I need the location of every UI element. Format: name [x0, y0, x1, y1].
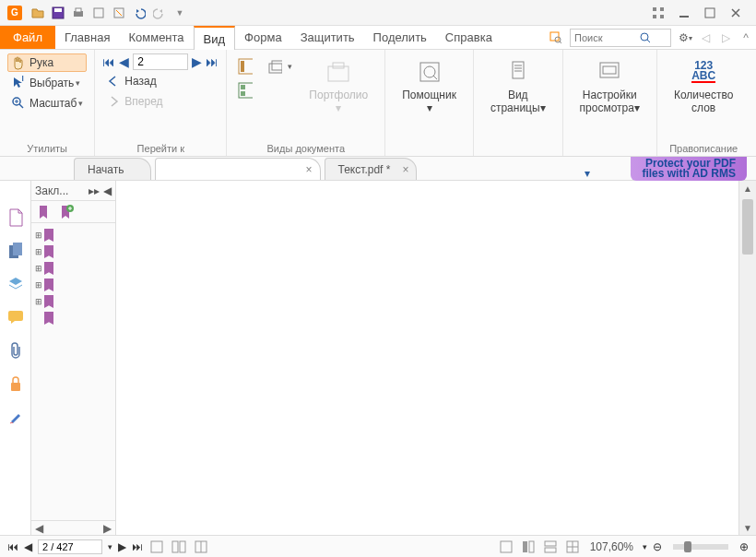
expand-icon[interactable]: ⊞ [35, 264, 44, 273]
bookmark-item[interactable]: ⊞ [33, 243, 113, 260]
last-page-icon[interactable]: ⏭ [206, 54, 219, 69]
find-icon[interactable] [548, 30, 564, 46]
collapse-ribbon-icon[interactable]: ^ [738, 30, 754, 46]
bookmark-item[interactable]: ⊞ [33, 293, 113, 310]
sb-page-dd-icon[interactable]: ▾ [108, 542, 112, 551]
doctab-2[interactable]: Текст.pdf *× [325, 158, 418, 180]
panel-hscroll[interactable]: ◀▶ [31, 520, 115, 535]
open-icon[interactable] [30, 5, 46, 21]
ad-banner[interactable]: Protect your PDF files with AD RMS [631, 157, 747, 181]
word-count-button[interactable]: 123ABC Количество слов [665, 53, 742, 118]
sb-first-page-icon[interactable]: ⏮ [7, 540, 18, 553]
bookmark-item[interactable]: ⊞ [33, 277, 113, 293]
forward-button[interactable]: Вперед [102, 92, 219, 111]
expand-icon[interactable]: ⊞ [35, 297, 44, 306]
select-tool-button[interactable]: T Выбрать ▾ [7, 74, 87, 92]
zoom-out-icon[interactable]: ⊖ [653, 540, 662, 553]
close-icon[interactable] [726, 5, 745, 21]
chevron-down-icon[interactable]: ▾ [634, 101, 640, 114]
minimize-icon[interactable] [675, 5, 693, 21]
docview-3-button[interactable]: ▾ [264, 57, 296, 76]
sb-prev-page-icon[interactable]: ◀ [24, 540, 32, 553]
view-settings-button[interactable]: Настройки просмотра▾ [571, 53, 649, 118]
page-number-input[interactable] [133, 53, 188, 70]
close-tab-icon[interactable]: × [402, 163, 408, 176]
page-view-button[interactable]: Вид страницы▾ [481, 53, 555, 118]
qat-dd-icon[interactable]: ▼ [171, 5, 188, 21]
bookmark-item[interactable]: ⊞ [33, 227, 113, 243]
prev-page-icon[interactable]: ◀ [119, 54, 129, 69]
undo-icon[interactable] [131, 5, 148, 21]
expand-icon[interactable]: ⊞ [35, 280, 44, 290]
maximize-icon[interactable] [701, 5, 719, 21]
panel-menu-icon[interactable]: ◀ [103, 184, 112, 197]
search-field[interactable] [574, 32, 639, 43]
zoom-tool-button[interactable]: Масштаб ▾ [7, 94, 87, 113]
hand-tool-button[interactable]: Рука [7, 53, 87, 72]
bookmark-add-icon[interactable] [59, 205, 74, 219]
tab-comment[interactable]: Коммента [119, 26, 193, 49]
sb-last-page-icon[interactable]: ⏭ [132, 540, 143, 553]
sb-layout-1-icon[interactable] [148, 539, 165, 554]
chevron-down-icon[interactable]: ▾ [78, 99, 83, 108]
vertical-scrollbar[interactable]: ▲ ▼ [739, 181, 756, 535]
sign-icon[interactable] [6, 408, 25, 426]
page-icon[interactable] [6, 208, 25, 227]
nav-prev-icon[interactable]: ◁ [697, 30, 714, 46]
layers-icon[interactable] [6, 275, 25, 293]
bookmark-item[interactable] [33, 310, 113, 326]
scroll-up-icon[interactable]: ▲ [739, 181, 756, 196]
tab-file[interactable]: Файл [0, 26, 55, 49]
gear-icon[interactable]: ⚙▾ [677, 30, 693, 46]
tab-share[interactable]: Поделить [364, 26, 436, 49]
chevron-down-icon[interactable]: ▾ [76, 78, 80, 88]
scroll-thumb[interactable] [742, 199, 753, 255]
first-page-icon[interactable]: ⏮ [102, 54, 115, 69]
chevron-down-icon[interactable]: ▾ [540, 101, 546, 114]
next-page-icon[interactable]: ▶ [192, 54, 202, 69]
tab-home[interactable]: Главная [55, 26, 119, 49]
expand-icon[interactable]: ⊞ [35, 231, 44, 240]
scroll-down-icon[interactable]: ▼ [739, 520, 756, 535]
sb-page-input[interactable] [38, 539, 102, 554]
search-icon[interactable] [639, 31, 652, 44]
nav-next-icon[interactable]: ▷ [717, 30, 734, 46]
sb-view-2-icon[interactable] [520, 539, 537, 554]
panel-expand-icon[interactable]: ▸▸ [89, 184, 100, 197]
sb-next-page-icon[interactable]: ▶ [118, 540, 126, 553]
back-button[interactable]: Назад [102, 72, 219, 90]
comments-icon[interactable] [6, 308, 25, 326]
document-viewport[interactable] [116, 181, 739, 535]
sb-view-3-icon[interactable] [542, 539, 559, 554]
save-icon[interactable] [50, 5, 66, 21]
bookmark-tool-icon[interactable] [37, 205, 50, 219]
doctab-start[interactable]: Начать [74, 158, 151, 180]
print-icon[interactable] [70, 5, 87, 21]
sb-layout-2-icon[interactable] [171, 539, 187, 554]
qat-icon-1[interactable] [90, 5, 107, 21]
tab-help[interactable]: Справка [436, 26, 502, 49]
security-icon[interactable] [6, 374, 25, 393]
expand-icon[interactable]: ⊞ [35, 247, 44, 256]
close-tab-icon[interactable]: × [305, 163, 312, 176]
sb-layout-3-icon[interactable] [193, 539, 209, 554]
bookmark-item[interactable]: ⊞ [33, 260, 113, 277]
doctab-1[interactable]: × [155, 158, 321, 180]
pages-icon[interactable] [6, 242, 25, 260]
sb-view-4-icon[interactable] [564, 539, 581, 554]
tab-view[interactable]: Вид [194, 26, 236, 50]
assistant-button[interactable]: Помощник ▾ [393, 53, 466, 118]
tab-form[interactable]: Форма [235, 26, 291, 49]
search-input[interactable] [570, 29, 671, 47]
zoom-dd-icon[interactable]: ▾ [643, 542, 647, 551]
ribbon-mode-icon[interactable] [649, 5, 667, 21]
qat-icon-2[interactable] [111, 5, 127, 21]
sb-view-1-icon[interactable] [498, 539, 514, 554]
tab-protect[interactable]: Защитить [291, 26, 364, 49]
docview-2-button[interactable] [234, 81, 260, 100]
chevron-down-icon[interactable]: ▾ [427, 101, 432, 114]
zoom-knob[interactable] [684, 541, 691, 552]
zoom-in-icon[interactable]: ⊕ [739, 540, 749, 553]
doctabs-menu-icon[interactable]: ▾ [585, 167, 590, 180]
redo-icon[interactable] [151, 5, 168, 21]
